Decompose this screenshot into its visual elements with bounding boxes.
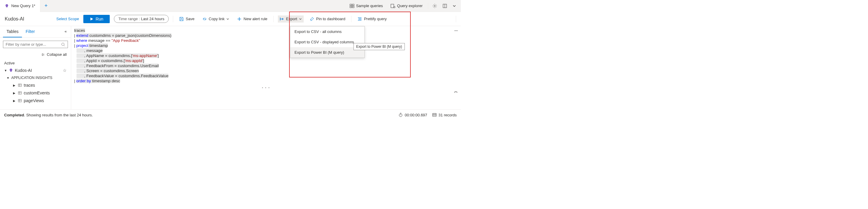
svg-rect-1 bbox=[352, 4, 354, 6]
caret-right-icon: ▶ bbox=[13, 99, 16, 102]
scope-name: Kudos-AI bbox=[5, 16, 24, 22]
tree-item-label: pageViews bbox=[24, 98, 44, 103]
records-value: 31 records bbox=[439, 113, 457, 117]
book-icon bbox=[442, 4, 447, 8]
tree-item-pageviews[interactable]: ▶ pageViews bbox=[3, 97, 68, 104]
collapse-all-icon bbox=[41, 53, 45, 57]
query-explorer-icon bbox=[391, 4, 395, 8]
export-menu: Export to CSV - all columns Export to CS… bbox=[290, 26, 365, 58]
export-icon bbox=[280, 17, 284, 21]
query-tab[interactable]: New Query 1* bbox=[0, 0, 40, 12]
svg-rect-17 bbox=[19, 99, 22, 102]
query-explorer-button[interactable]: Query explorer bbox=[388, 2, 425, 9]
sample-queries-label: Sample queries bbox=[356, 4, 383, 8]
chevron-down-icon bbox=[226, 18, 229, 21]
run-label: Run bbox=[96, 17, 103, 21]
tab-right-group: Sample queries Query explorer bbox=[347, 2, 461, 9]
divider bbox=[351, 16, 351, 22]
prettify-icon bbox=[357, 17, 362, 21]
drag-handle[interactable]: • • • bbox=[71, 85, 461, 90]
stopwatch-icon bbox=[398, 113, 403, 117]
tree: ▼ Kudos-AI ☆ ▼ APPLICATION INSIGHTS ▶ tr… bbox=[0, 66, 71, 104]
svg-rect-2 bbox=[350, 6, 352, 8]
collapse-editor-button[interactable]: — bbox=[454, 29, 458, 33]
tree-item-traces[interactable]: ▶ traces bbox=[3, 81, 68, 89]
time-range-label: Time range : bbox=[118, 17, 141, 21]
tree-item-label: traces bbox=[24, 83, 35, 88]
collapse-sidebar-button[interactable]: « bbox=[63, 26, 68, 37]
sample-queries-icon bbox=[350, 4, 354, 8]
sidebar-tabs: Tables Filter « bbox=[0, 26, 71, 38]
run-button[interactable]: Run bbox=[83, 15, 110, 23]
svg-rect-0 bbox=[350, 4, 352, 6]
more-chevron[interactable] bbox=[451, 3, 457, 9]
tree-item-label: customEvents bbox=[24, 91, 50, 95]
divider bbox=[173, 16, 173, 22]
tab-filter[interactable]: Filter bbox=[22, 26, 38, 37]
plus-icon bbox=[237, 17, 242, 21]
pin-button[interactable]: Pin to dashboard bbox=[308, 16, 347, 23]
duration-value: 00:00:00.697 bbox=[405, 113, 427, 117]
lightbulb-icon bbox=[5, 4, 9, 8]
toolbar: Kudos-AI Select Scope Run Time range : L… bbox=[0, 12, 461, 26]
export-button[interactable]: Export bbox=[278, 16, 304, 23]
status-message: Completed. Showing results from the last… bbox=[4, 113, 93, 117]
status-records: 31 records bbox=[432, 113, 457, 117]
tree-root-label: Kudos-AI bbox=[15, 68, 32, 73]
expand-chevron[interactable]: ︽ bbox=[454, 88, 458, 94]
svg-point-9 bbox=[62, 43, 64, 46]
collapse-all-button[interactable]: Collapse all bbox=[0, 51, 71, 58]
svg-rect-3 bbox=[352, 6, 354, 8]
link-icon bbox=[202, 17, 207, 21]
caret-down-icon: ▼ bbox=[6, 76, 9, 80]
time-range-picker[interactable]: Time range : Last 24 hours bbox=[114, 15, 169, 23]
query-editor[interactable]: traces| extend customdims = parse_json(c… bbox=[71, 26, 461, 85]
chevron-down-icon bbox=[299, 18, 302, 21]
pin-label: Pin to dashboard bbox=[316, 17, 345, 21]
tooltip: Export to Power BI (M query) bbox=[353, 43, 405, 50]
tree-group[interactable]: ▼ APPLICATION INSIGHTS bbox=[3, 74, 68, 81]
caret-right-icon: ▶ bbox=[13, 91, 16, 95]
tree-root[interactable]: ▼ Kudos-AI ☆ bbox=[3, 66, 68, 74]
tab-tables[interactable]: Tables bbox=[3, 26, 22, 37]
svg-rect-14 bbox=[19, 92, 22, 94]
prettify-button[interactable]: Prettify query bbox=[355, 16, 389, 23]
panel-button[interactable] bbox=[441, 2, 448, 9]
play-icon bbox=[90, 17, 93, 21]
gear-icon bbox=[432, 4, 437, 8]
editor-area: — traces| extend customdims = parse_json… bbox=[71, 26, 461, 109]
save-button[interactable]: Save bbox=[177, 16, 196, 23]
status-right: 00:00:00.697 31 records bbox=[398, 113, 457, 117]
status-duration: 00:00:00.697 bbox=[398, 113, 427, 117]
tab-bar: New Query 1* + Sample queries Query expl… bbox=[0, 0, 461, 12]
divider bbox=[273, 16, 274, 22]
divider bbox=[428, 3, 428, 9]
settings-button[interactable] bbox=[431, 2, 438, 9]
export-label: Export bbox=[286, 17, 298, 21]
svg-point-6 bbox=[434, 5, 435, 6]
table-icon bbox=[18, 83, 22, 87]
prettify-label: Prettify query bbox=[364, 17, 387, 21]
search-input[interactable] bbox=[6, 42, 61, 47]
pin-icon bbox=[310, 17, 314, 21]
chevron-down-icon bbox=[453, 4, 456, 8]
export-csv-all[interactable]: Export to CSV - all columns bbox=[290, 26, 365, 37]
tab-title: New Query 1* bbox=[11, 4, 35, 8]
select-scope-link[interactable]: Select Scope bbox=[56, 17, 79, 21]
new-alert-button[interactable]: New alert rule bbox=[235, 16, 269, 23]
svg-rect-11 bbox=[19, 84, 22, 87]
search-icon bbox=[61, 42, 65, 47]
table-icon bbox=[18, 98, 22, 103]
sample-queries-button[interactable]: Sample queries bbox=[347, 2, 385, 9]
lightbulb-icon bbox=[9, 68, 13, 72]
status-completed: Completed bbox=[4, 113, 24, 117]
sidebar-search[interactable] bbox=[3, 41, 68, 48]
tree-item-customevents[interactable]: ▶ customEvents bbox=[3, 89, 68, 97]
time-range-value: Last 24 hours bbox=[141, 17, 164, 21]
records-icon bbox=[432, 113, 437, 117]
tree-group-label: APPLICATION INSIGHTS bbox=[11, 76, 52, 80]
copy-link-button[interactable]: Copy link bbox=[200, 16, 231, 23]
star-icon[interactable]: ☆ bbox=[63, 68, 67, 73]
add-tab-button[interactable]: + bbox=[40, 3, 52, 9]
query-explorer-label: Query explorer bbox=[397, 4, 423, 8]
